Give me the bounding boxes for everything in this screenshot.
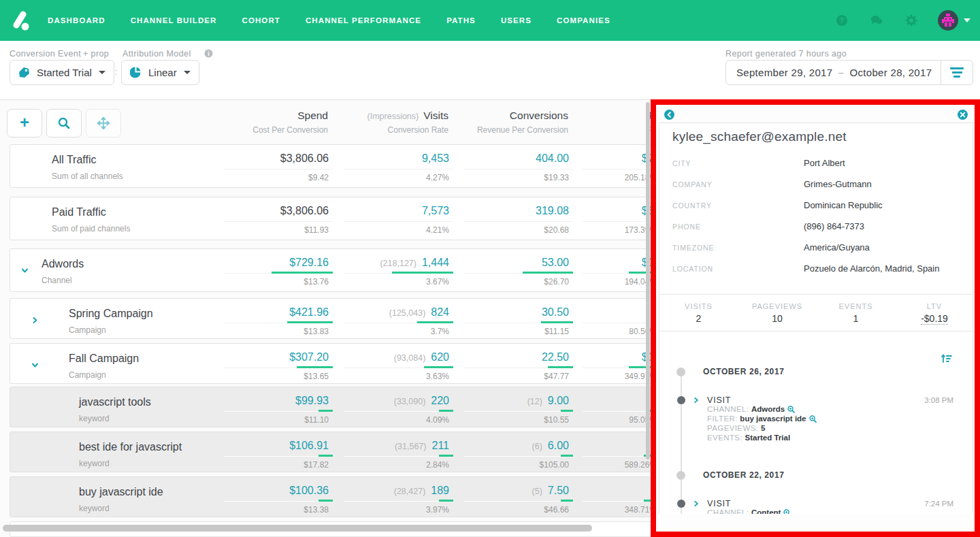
row-name[interactable]: Adwords — [42, 258, 84, 270]
cell-spend: $106.91 $17.82 — [224, 432, 333, 472]
divider — [463, 456, 573, 457]
chevron-right-icon[interactable] — [31, 316, 39, 324]
cell-spend: $3,806.06 $9.42 — [224, 145, 333, 187]
row-name[interactable]: buy javascript ide — [79, 486, 163, 498]
zoom-in-icon[interactable] — [783, 509, 791, 514]
nav-item-channel-performance[interactable]: CHANNEL PERFORMANCE — [306, 16, 421, 25]
visits-value[interactable]: (218,127)1,444 — [380, 257, 449, 269]
nav-item-channel-builder[interactable]: CHANNEL BUILDER — [131, 16, 217, 25]
divider — [344, 169, 453, 169]
visit-title[interactable]: VISIT — [707, 395, 731, 405]
chevron-down-icon[interactable] — [21, 267, 29, 274]
visits-value[interactable]: (31,567)211 — [395, 440, 449, 452]
info-icon[interactable]: i — [204, 49, 213, 58]
conversion-event-select[interactable]: Started Trial — [10, 60, 114, 85]
date-range-picker[interactable]: September 29, 2017 – October 28, 2017 — [725, 60, 973, 85]
spend-value[interactable]: $3,806.06 — [280, 152, 329, 165]
row-type-label: keyword — [79, 459, 110, 468]
visits-value[interactable]: (33,090)220 — [394, 395, 449, 407]
row-name[interactable]: Paid Traffic — [52, 206, 106, 218]
conversions-value[interactable]: 404.00 — [536, 152, 569, 165]
conversion-rate-value: 3.7% — [431, 327, 449, 336]
visits-bar — [439, 500, 453, 502]
spend-value[interactable]: $421.96 — [289, 306, 329, 319]
stat-value: 2 — [696, 313, 702, 324]
nav-item-paths[interactable]: PATHS — [446, 16, 476, 25]
conversions-bar — [561, 500, 573, 502]
divider — [463, 411, 573, 412]
date-presets-icon[interactable] — [941, 67, 973, 78]
date-end: October 28, 2017 — [850, 67, 932, 78]
spend-value[interactable]: $106.91 — [289, 440, 329, 452]
avatar[interactable] — [938, 10, 958, 31]
conversions-value[interactable]: (5)7.50 — [532, 485, 569, 497]
divider — [344, 456, 453, 457]
chevron-down-icon[interactable] — [31, 361, 39, 369]
visits-bar — [439, 455, 453, 457]
field-label-city: CITY — [672, 159, 691, 167]
stat-value[interactable]: -$0.19 — [921, 313, 948, 325]
visits-value[interactable]: (93,084)620 — [394, 351, 449, 363]
spend-value[interactable]: $3,806.06 — [280, 205, 329, 217]
row-name[interactable]: best ide for javascript — [79, 441, 182, 453]
conversions-value[interactable]: 319.08 — [536, 205, 569, 217]
spend-value[interactable]: $307.20 — [289, 351, 329, 363]
detail-label: FILTER: — [707, 414, 740, 423]
nav-items: DASHBOARDCHANNEL BUILDERCOHORTCHANNEL PE… — [48, 16, 636, 25]
app-logo-icon[interactable] — [10, 9, 31, 32]
cost-per-conversion-value: $11.10 — [304, 415, 329, 425]
conversions-value[interactable]: (6)6.00 — [532, 440, 569, 452]
visits-value[interactable]: 9,453 — [422, 152, 449, 165]
zoom-in-icon[interactable] — [809, 415, 817, 423]
panel-toolbar — [656, 105, 975, 123]
revenue-per-conversion-value: $11.15 — [544, 327, 569, 336]
visits-value[interactable]: (28,427)189 — [394, 485, 449, 497]
attribution-model-select[interactable]: Linear — [121, 60, 199, 85]
divider — [224, 221, 333, 222]
chat-icon[interactable] — [870, 14, 883, 27]
chevron-right-icon[interactable] — [693, 397, 700, 404]
user-stats: VISITS2PAGEVIEWS10EVENTS1LTV-$0.19 — [659, 294, 973, 331]
horizontal-scrollbar[interactable] — [3, 525, 592, 532]
conversions-value[interactable]: 22.50 — [542, 351, 569, 363]
row-name[interactable]: javascript tools — [79, 396, 151, 408]
nav-item-dashboard[interactable]: DASHBOARD — [48, 16, 105, 25]
sort-order-icon[interactable] — [941, 353, 952, 364]
visits-value[interactable]: (125,043)824 — [389, 306, 449, 319]
nav-item-companies[interactable]: COMPANIES — [557, 16, 610, 25]
zoom-in-icon[interactable] — [787, 406, 795, 413]
nav-item-cohort[interactable]: COHORT — [242, 16, 280, 25]
spend-value[interactable]: $729.16 — [289, 257, 329, 269]
add-prop-link[interactable]: + prop — [83, 49, 109, 59]
chevron-right-icon[interactable] — [693, 500, 700, 507]
divider — [463, 169, 573, 169]
header-visits[interactable]: (Impressions)Visits Conversion Rate — [343, 100, 453, 142]
help-icon[interactable]: ? — [836, 14, 848, 27]
visit-detail: CHANNEL: Content — [707, 508, 791, 514]
nav-item-users[interactable]: USERS — [501, 16, 532, 25]
spend-value[interactable]: $99.93 — [295, 395, 329, 407]
divider — [463, 501, 573, 502]
cost-per-conversion-value: $13.76 — [304, 277, 329, 287]
divider — [344, 221, 453, 222]
close-icon[interactable] — [958, 110, 968, 120]
cell-visits: 9,453 4.27% — [344, 145, 453, 187]
revenue-per-conversion-value: $20.68 — [544, 225, 569, 235]
row-name[interactable]: All Traffic — [52, 154, 97, 166]
back-icon[interactable] — [664, 110, 674, 120]
chevron-down-icon[interactable] — [964, 18, 970, 22]
conversions-value[interactable]: (12)9.00 — [527, 395, 569, 407]
header-conversions[interactable]: Conversions Revenue Per Conversion — [463, 100, 572, 142]
conversions-value[interactable]: 30.50 — [542, 306, 569, 319]
cost-per-conversion-value: $13.65 — [304, 372, 329, 381]
spend-value[interactable]: $100.36 — [289, 485, 329, 497]
visit-title[interactable]: VISIT — [707, 499, 731, 508]
row-name[interactable]: Spring Campaign — [69, 308, 153, 320]
spend-bar — [318, 410, 333, 412]
visits-value[interactable]: 7,573 — [422, 205, 449, 217]
row-name[interactable]: Fall Campaign — [69, 353, 139, 365]
gear-icon[interactable] — [905, 14, 917, 27]
conversions-value[interactable]: 53.00 — [542, 257, 569, 269]
header-spend[interactable]: Spend Cost Per Conversion — [223, 100, 332, 142]
vertical-scrollbar[interactable] — [646, 102, 650, 459]
